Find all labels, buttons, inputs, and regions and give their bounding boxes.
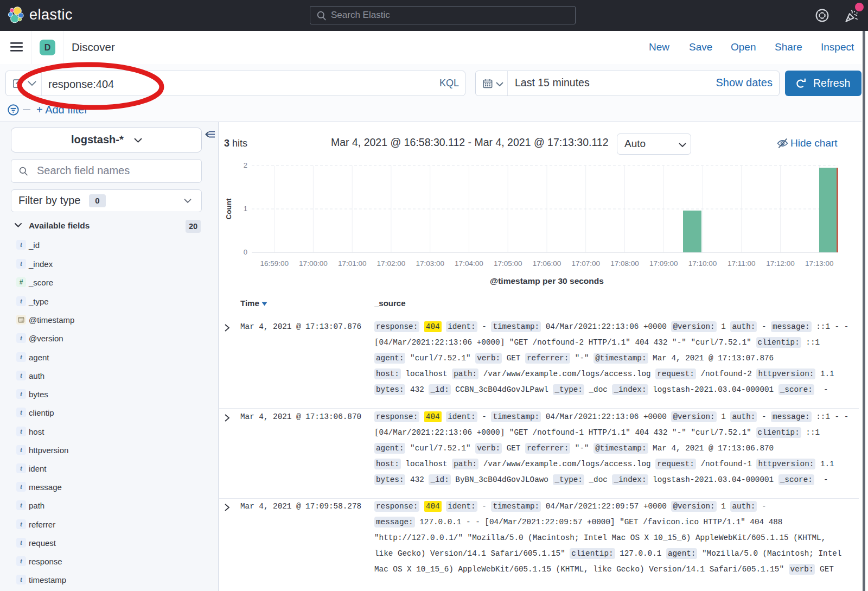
svg-text:Count: Count <box>225 198 233 219</box>
svg-text:17:03:00: 17:03:00 <box>416 259 444 268</box>
svg-text:17:05:00: 17:05:00 <box>494 259 522 268</box>
svg-text:17:12:00: 17:12:00 <box>766 259 795 268</box>
svg-text:17:01:00: 17:01:00 <box>338 259 367 268</box>
svg-text:17:07:00: 17:07:00 <box>571 259 600 268</box>
svg-text:17:09:00: 17:09:00 <box>649 259 678 268</box>
svg-text:17:00:00: 17:00:00 <box>299 259 328 268</box>
svg-text:@timestamp per 30 seconds: @timestamp per 30 seconds <box>490 276 604 285</box>
svg-text:17:06:00: 17:06:00 <box>533 259 561 268</box>
svg-text:17:04:00: 17:04:00 <box>455 259 483 268</box>
svg-text:16:59:00: 16:59:00 <box>260 259 289 268</box>
svg-text:17:08:00: 17:08:00 <box>610 259 639 268</box>
svg-text:0: 0 <box>244 248 247 256</box>
svg-text:1: 1 <box>244 205 247 213</box>
svg-text:17:02:00: 17:02:00 <box>377 259 406 268</box>
svg-text:2: 2 <box>244 161 247 169</box>
svg-text:17:13:00: 17:13:00 <box>805 259 834 268</box>
svg-text:17:11:00: 17:11:00 <box>727 259 756 268</box>
svg-text:17:10:00: 17:10:00 <box>688 259 717 268</box>
